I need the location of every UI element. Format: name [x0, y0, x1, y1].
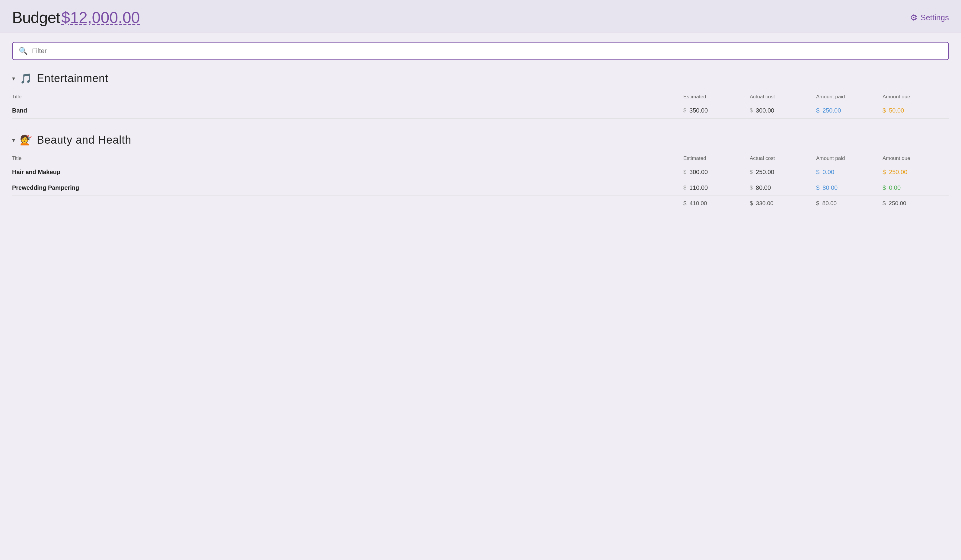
dollar-icon: $: [683, 108, 686, 114]
estimated-value: 110.00: [689, 185, 708, 191]
item-amount-due: $ 50.00: [882, 107, 949, 114]
estimated-value: 300.00: [689, 168, 708, 176]
dollar-icon: $: [750, 108, 753, 114]
dollar-icon: $: [816, 185, 820, 191]
col-amount-paid: Amount paid: [816, 94, 882, 100]
item-estimated: $ 110.00: [683, 185, 750, 191]
totals-amount-due: $ 250.00: [882, 200, 949, 207]
table-header: Title Estimated Actual cost Amount paid …: [12, 92, 949, 102]
item-title: Hair and Makeup: [12, 168, 683, 176]
amount-paid-value: 0.00: [823, 168, 834, 176]
item-estimated: $ 300.00: [683, 168, 750, 176]
dollar-icon: $: [683, 169, 686, 175]
table-row: Band $ 350.00 $ 300.00 $ 250.00 $ 50.00: [12, 103, 949, 119]
col-amount-paid: Amount paid: [816, 156, 882, 161]
entertainment-section: ▾ 🎵 Entertainment Title Estimated Actual…: [12, 72, 949, 119]
dollar-icon: $: [750, 169, 753, 175]
entertainment-header[interactable]: ▾ 🎵 Entertainment: [12, 72, 949, 85]
chevron-down-icon[interactable]: ▾: [12, 75, 15, 82]
main-content: 🔍 ▾ 🎵 Entertainment Title Estimated Actu…: [0, 33, 961, 235]
beauty-health-header[interactable]: ▾ 💇 Beauty and Health: [12, 134, 949, 146]
item-actual-cost: $ 250.00: [750, 168, 816, 176]
search-icon: 🔍: [19, 47, 28, 55]
col-amount-due: Amount due: [882, 156, 949, 161]
item-amount-paid: $ 80.00: [816, 185, 882, 191]
header-budget: Budget $12,000.00: [12, 8, 140, 27]
totals-estimated: $ 410.00: [683, 200, 750, 207]
beauty-health-section: ▾ 💇 Beauty and Health Title Estimated Ac…: [12, 134, 949, 211]
col-actual-cost: Actual cost: [750, 156, 816, 161]
item-estimated: $ 350.00: [683, 107, 750, 114]
budget-label: Budget: [12, 9, 60, 26]
budget-amount[interactable]: $12,000.00: [61, 9, 140, 26]
beauty-health-table: Title Estimated Actual cost Amount paid …: [12, 154, 949, 211]
item-title: Prewedding Pampering: [12, 185, 683, 191]
amount-due-value: 50.00: [889, 107, 904, 114]
dollar-icon: $: [750, 200, 753, 207]
filter-input[interactable]: [32, 47, 942, 55]
table-row: Prewedding Pampering $ 110.00 $ 80.00 $ …: [12, 180, 949, 196]
amount-paid-value: 250.00: [823, 107, 841, 114]
amount-paid-value: 80.00: [823, 185, 837, 191]
totals-estimated-value: 410.00: [689, 200, 707, 207]
estimated-value: 350.00: [689, 107, 708, 114]
totals-due-value: 250.00: [889, 200, 906, 207]
dollar-icon: $: [683, 185, 686, 191]
entertainment-table: Title Estimated Actual cost Amount paid …: [12, 92, 949, 119]
col-title: Title: [12, 94, 683, 100]
item-amount-due: $ 250.00: [882, 168, 949, 176]
totals-paid-value: 80.00: [823, 200, 837, 207]
col-title: Title: [12, 156, 683, 161]
entertainment-icon: 🎵: [20, 73, 32, 84]
entertainment-title: Entertainment: [37, 72, 108, 85]
amount-due-value: 0.00: [889, 185, 901, 191]
beauty-health-icon: 💇: [20, 134, 32, 146]
totals-actual-cost: $ 330.00: [750, 200, 816, 207]
totals-row: $ 410.00 $ 330.00 $ 80.00 $ 250.00: [12, 196, 949, 211]
dollar-icon: $: [882, 107, 886, 114]
item-title: Band: [12, 107, 683, 114]
settings-label: Settings: [921, 13, 949, 22]
chevron-down-icon[interactable]: ▾: [12, 136, 15, 144]
table-row: Hair and Makeup $ 300.00 $ 250.00 $ 0.00…: [12, 164, 949, 180]
settings-button[interactable]: ⚙ Settings: [910, 13, 949, 22]
actual-cost-value: 80.00: [756, 185, 771, 191]
col-estimated: Estimated: [683, 94, 750, 100]
amount-due-value: 250.00: [889, 168, 907, 176]
filter-container: 🔍: [12, 42, 949, 60]
dollar-icon: $: [816, 107, 820, 114]
dollar-icon: $: [882, 185, 886, 191]
totals-amount-paid: $ 80.00: [816, 200, 882, 207]
header: Budget $12,000.00 ⚙ Settings: [0, 0, 961, 33]
dollar-icon: $: [750, 185, 753, 191]
dollar-icon: $: [683, 200, 687, 207]
item-actual-cost: $ 300.00: [750, 107, 816, 114]
actual-cost-value: 300.00: [756, 107, 774, 114]
col-actual-cost: Actual cost: [750, 94, 816, 100]
gear-icon: ⚙: [910, 13, 918, 22]
item-amount-paid: $ 250.00: [816, 107, 882, 114]
actual-cost-value: 250.00: [756, 168, 774, 176]
table-header: Title Estimated Actual cost Amount paid …: [12, 154, 949, 163]
dollar-icon: $: [882, 200, 886, 207]
col-estimated: Estimated: [683, 156, 750, 161]
item-amount-paid: $ 0.00: [816, 168, 882, 176]
totals-actual-value: 330.00: [756, 200, 774, 207]
item-amount-due: $ 0.00: [882, 185, 949, 191]
dollar-icon: $: [882, 168, 886, 176]
item-actual-cost: $ 80.00: [750, 185, 816, 191]
dollar-icon: $: [816, 168, 820, 176]
beauty-health-title: Beauty and Health: [37, 134, 131, 146]
dollar-icon: $: [816, 200, 820, 207]
col-amount-due: Amount due: [882, 94, 949, 100]
